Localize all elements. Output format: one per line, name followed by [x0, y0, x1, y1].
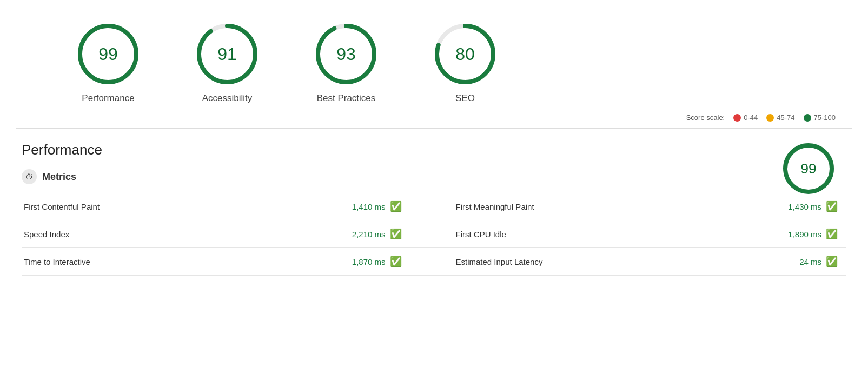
si-value: 2,210 ms — [352, 230, 386, 239]
performance-circle: 99 — [76, 22, 141, 86]
metrics-row-2: Time to Interactive 1,870 ms ✅ Estimated… — [22, 248, 846, 276]
dot-red — [733, 114, 741, 122]
fmp-value-container: 1,430 ms ✅ — [788, 200, 838, 212]
fcp-value: 1,410 ms — [352, 202, 386, 211]
fcp-value-container: 1,410 ms ✅ — [352, 200, 402, 212]
scale-green: 75-100 — [804, 113, 836, 122]
tti-name: Time to Interactive — [24, 257, 90, 266]
seo-score: 80 — [455, 44, 475, 64]
scores-section: 99 Performance 91 Accessibility 93 Best … — [16, 11, 852, 109]
performance-section-title: Performance — [22, 142, 846, 158]
score-scale-label: Score scale: — [686, 113, 725, 122]
fcp-check-icon: ✅ — [390, 200, 402, 212]
metrics-row-1: Speed Index 2,210 ms ✅ First CPU Idle 1,… — [22, 220, 846, 248]
tti-value-container: 1,870 ms ✅ — [352, 256, 402, 267]
metrics-header: ⏱ Metrics — [22, 169, 846, 184]
score-scale-row: Score scale: 0-44 45-74 75-100 — [16, 109, 852, 128]
best-practices-score: 93 — [336, 44, 356, 64]
metrics-icon: ⏱ — [22, 169, 37, 184]
metrics-table: First Contentful Paint 1,410 ms ✅ First … — [22, 193, 846, 276]
scale-green-label: 75-100 — [814, 113, 836, 122]
seo-label: SEO — [455, 93, 475, 104]
tti-check-icon: ✅ — [390, 256, 402, 267]
si-name: Speed Index — [24, 230, 69, 239]
performance-score: 99 — [98, 44, 118, 64]
dot-orange — [766, 114, 774, 122]
si-check-icon: ✅ — [390, 228, 402, 240]
score-item-best-practices: 93 Best Practices — [287, 22, 406, 104]
big-score-circle: 99 — [781, 142, 836, 202]
scale-orange-label: 45-74 — [777, 113, 794, 122]
fmp-value: 1,430 ms — [788, 202, 821, 211]
eil-value: 24 ms — [799, 257, 821, 266]
best-practices-circle: 93 — [314, 22, 379, 86]
si-value-container: 2,210 ms ✅ — [352, 228, 402, 240]
accessibility-circle: 91 — [195, 22, 260, 86]
big-score-value: 99 — [801, 160, 817, 177]
metrics-row-0: First Contentful Paint 1,410 ms ✅ First … — [22, 193, 846, 220]
accessibility-label: Accessibility — [202, 93, 253, 104]
performance-detail-section: Performance 99 ⏱ Metrics First Contentfu… — [16, 142, 852, 276]
fci-name: First CPU Idle — [456, 230, 506, 239]
tti-value: 1,870 ms — [352, 257, 386, 266]
dot-green — [804, 114, 811, 122]
metric-cell-eil: Estimated Input Latency 24 ms ✅ — [434, 248, 847, 276]
score-item-accessibility: 91 Accessibility — [168, 22, 287, 104]
scale-red-label: 0-44 — [744, 113, 758, 122]
metric-cell-fci: First CPU Idle 1,890 ms ✅ — [434, 220, 847, 248]
eil-name: Estimated Input Latency — [456, 257, 543, 266]
performance-label: Performance — [82, 93, 134, 104]
metric-cell-tti: Time to Interactive 1,870 ms ✅ — [22, 248, 434, 276]
metric-cell-fcp: First Contentful Paint 1,410 ms ✅ — [22, 193, 434, 220]
scale-orange: 45-74 — [766, 113, 794, 122]
fmp-name: First Meaningful Paint — [456, 202, 534, 211]
big-circle-container: 99 — [781, 142, 836, 196]
fci-value-container: 1,890 ms ✅ — [788, 228, 838, 240]
metric-cell-si: Speed Index 2,210 ms ✅ — [22, 220, 434, 248]
eil-check-icon: ✅ — [826, 256, 838, 267]
score-item-performance: 99 Performance — [49, 22, 168, 104]
fci-check-icon: ✅ — [826, 228, 838, 240]
score-item-seo: 80 SEO — [406, 22, 525, 104]
fcp-name: First Contentful Paint — [24, 202, 100, 211]
eil-value-container: 24 ms ✅ — [799, 256, 838, 267]
fci-value: 1,890 ms — [788, 230, 821, 239]
best-practices-label: Best Practices — [317, 93, 376, 104]
metrics-title: Metrics — [42, 171, 76, 183]
section-divider — [16, 128, 852, 129]
fmp-check-icon: ✅ — [826, 200, 838, 212]
seo-circle: 80 — [433, 22, 498, 86]
scale-red: 0-44 — [733, 113, 758, 122]
accessibility-score: 91 — [217, 44, 237, 64]
